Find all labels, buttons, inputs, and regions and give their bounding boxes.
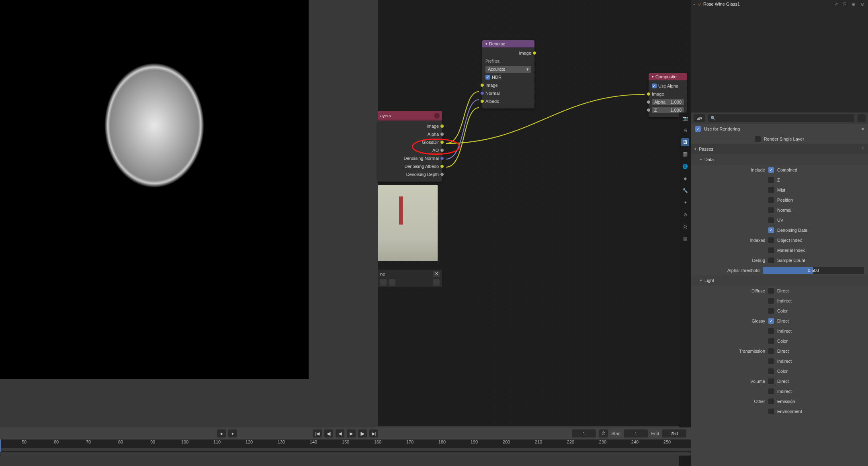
node-preview-toggle-icon[interactable] [434,113,440,119]
jump-end-button[interactable]: ▶| [369,429,378,437]
physics-tab-icon[interactable]: ⊚ [681,211,689,219]
pass-checkbox[interactable] [768,247,774,253]
socket-out-denoise-depth[interactable] [440,172,444,176]
pin-icon[interactable] [380,279,387,286]
pass-checkbox[interactable] [768,348,774,354]
collapse-icon[interactable]: ▾ [700,157,702,161]
pass-checkbox[interactable] [768,378,774,384]
pass-checkbox[interactable]: ✓ [768,167,774,173]
socket-out-image[interactable] [532,51,536,55]
autokey-dropdown[interactable]: ▾ [228,429,237,437]
link-icon[interactable]: ⎘ [841,1,848,7]
render-viewport[interactable] [0,0,309,379]
passes-header[interactable]: ▾ Passes ⠿ [691,144,868,154]
toggle-select-icon[interactable]: ↗ [833,1,839,7]
layer-dropdown-icon[interactable] [389,279,395,286]
timeline-ruler[interactable]: 5060708090100110120130140150160170180190… [0,439,691,456]
denoise-node[interactable]: ▾Denoise Image Prefilter: Accurate▾ ✓HDR… [482,40,534,108]
use-alpha-checkbox[interactable]: ✓ [652,84,657,88]
pass-checkbox[interactable]: ✓ [768,318,774,324]
socket-in-image[interactable] [647,92,651,96]
end-frame-field[interactable]: 250 [662,429,686,437]
hdr-checkbox[interactable]: ✓ [485,75,490,80]
viewlayer-tab-icon[interactable]: 🖼 [681,138,689,146]
world-tab-icon[interactable]: 🌐 [681,162,689,170]
prev-keyframe-button[interactable]: ◀| [324,429,333,437]
socket-out-glossdir[interactable] [440,140,444,144]
render-layers-node[interactable]: Image Alpha GlossDir AO Denoising Normal… [378,121,442,182]
grip-icon[interactable]: ⠿ [862,147,865,152]
pass-checkbox[interactable] [768,358,774,364]
socket-in-alpha[interactable] [647,100,651,104]
data-header[interactable]: ▾ Data [691,154,868,165]
socket-out-denoise-normal[interactable] [440,156,444,160]
pass-checkbox[interactable] [768,217,774,223]
output-tab-icon[interactable]: 🖨 [681,126,689,134]
pass-checkbox[interactable] [768,388,774,394]
socket-in-z[interactable] [647,108,651,112]
data-tab-icon[interactable]: ▦ [681,235,689,243]
collapse-icon[interactable]: ▾ [700,278,702,282]
scene-tab-icon[interactable]: 🎬 [681,150,689,158]
pass-checkbox[interactable] [768,338,774,344]
viewlayer-pin-icon[interactable]: ⊞▾ [694,114,705,122]
pass-checkbox[interactable] [768,308,774,314]
pass-checkbox[interactable] [768,258,774,263]
prefilter-dropdown[interactable]: Accurate▾ [485,66,531,73]
outliner-empty-area[interactable] [691,8,868,112]
socket-out-ao[interactable] [440,148,444,152]
pass-checkbox[interactable] [768,368,774,374]
socket-in-normal[interactable] [480,91,484,95]
particles-tab-icon[interactable]: ✦ [681,198,689,206]
pass-checkbox[interactable] [768,187,774,193]
pass-checkbox[interactable] [768,207,774,213]
pass-checkbox[interactable] [768,177,774,183]
render-layers-node-header[interactable]: ayers [378,111,442,121]
socket-out-denoise-albedo[interactable] [440,164,444,168]
pass-checkbox[interactable] [768,409,774,414]
object-tab-icon[interactable]: ◆ [681,174,689,182]
play-button[interactable]: ▶ [347,429,356,437]
close-icon[interactable]: ✕ [433,271,440,277]
pass-checkbox[interactable] [768,237,774,243]
autokey-button[interactable]: ● [217,429,226,437]
modifier-tab-icon[interactable]: 🔧 [681,186,689,194]
disable-icon[interactable]: ⊘ [859,1,866,7]
properties-search-input[interactable]: 🔍 [708,114,854,122]
collapse-icon[interactable]: ▾ [694,147,696,151]
outliner-object-name[interactable]: Rose Wine Glass1 [703,2,830,6]
start-frame-field[interactable]: 1 [624,429,648,437]
socket-in-albedo[interactable] [480,99,484,103]
alpha-value-field[interactable]: Alpha1.000 [652,99,684,105]
expand-icon[interactable]: ▸ [694,2,695,6]
render-single-layer-checkbox[interactable] [755,136,761,142]
jump-start-button[interactable]: |◀ [313,429,322,437]
options-icon[interactable] [858,114,866,122]
pass-checkbox[interactable] [768,298,774,304]
socket-out-image[interactable] [440,124,444,128]
eye-icon[interactable]: ◉ [850,1,857,7]
collapse-icon[interactable]: ▾ [485,42,487,46]
pass-checkbox[interactable] [768,197,774,203]
next-keyframe-button[interactable]: |▶ [358,429,367,437]
use-for-rendering-checkbox[interactable]: ✓ [695,126,701,132]
alpha-threshold-field[interactable]: 0.500 [763,267,864,274]
refresh-icon[interactable] [433,279,440,286]
composite-node[interactable]: ▾Composite ✓Use Alpha Image Alpha1.000 Z… [649,73,687,117]
pass-checkbox[interactable] [768,328,774,334]
light-header[interactable]: ▾ Light [691,275,868,286]
socket-in-image[interactable] [480,83,484,87]
scene-selector[interactable]: ne ✕ [378,269,442,278]
render-tab-icon[interactable]: 📷 [681,114,689,122]
socket-out-alpha[interactable] [440,132,444,136]
collapse-icon[interactable]: ▾ [652,75,654,79]
clock-icon[interactable]: ⏱ [599,429,608,437]
current-frame-field[interactable]: 1 [572,429,596,437]
compositor-node-editor[interactable]: ayers Image Alpha GlossDir AO Denoising … [378,0,691,426]
pass-checkbox[interactable] [768,399,774,404]
anim-bullet-icon[interactable] [862,128,864,130]
pass-checkbox[interactable]: ✓ [768,227,774,233]
play-reverse-button[interactable]: ◀ [336,429,344,437]
outliner-row[interactable]: ▸ ▽ Rose Wine Glass1 ↗ ⎘ ◉ ⊘ [691,0,868,8]
timeline-scrollbar[interactable] [0,452,691,456]
